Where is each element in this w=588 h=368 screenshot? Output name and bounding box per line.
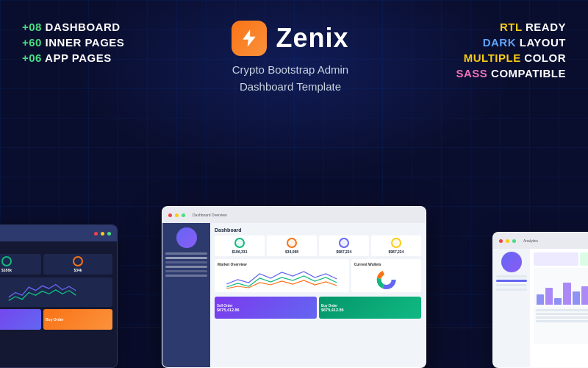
chart-area-dark <box>0 277 112 307</box>
dash-center-title: Dashboard <box>215 227 421 233</box>
stat-card-l4: $987,224 <box>371 236 421 256</box>
subtitle-line2: Dashboard Template <box>240 80 341 93</box>
table-row-2 <box>536 313 588 315</box>
feature-multiple: MULTIPLE COLOR <box>464 52 566 64</box>
dash-center-bar-1 <box>165 252 207 255</box>
dot-g-c <box>182 213 185 217</box>
stat-cards-light: $186,331 $34,098 $987,224 $987,224 <box>215 236 421 256</box>
stat-card-1: $186k <box>0 254 41 275</box>
dash-left-header: Zenix <box>0 225 117 241</box>
dash-center-url: Dashboard Overview <box>193 213 227 217</box>
sell-card: Sell Order <box>0 309 41 330</box>
stat-circle-l1 <box>234 238 245 248</box>
bottom-cards-dark: Sell Order Buy Order <box>0 309 112 330</box>
dash-center-sidebar <box>162 223 210 367</box>
left-features: +08 DASHBOARD +60 INNER PAGES +06 APP PA… <box>22 21 154 64</box>
table-row-1 <box>536 309 588 311</box>
stat-card-l2: $34,098 <box>267 236 317 256</box>
subtitle-line1: Crypto Bootstrap Admin <box>232 63 348 76</box>
buy-label: Buy Order <box>46 317 63 322</box>
bar-5 <box>573 291 580 305</box>
dash-center-main: Dashboard $186,331 $34,098 <box>210 223 426 367</box>
main-container: +08 DASHBOARD +60 INNER PAGES +06 APP PA… <box>0 0 588 368</box>
wave-chart-dark <box>0 280 110 304</box>
feature-app-pages-label: APP PAGES <box>42 52 112 64</box>
right-bar-1 <box>496 275 527 277</box>
wallet-chart: Current Wallets <box>351 259 421 292</box>
right-table-preview <box>534 307 588 344</box>
right-avatar <box>501 252 522 272</box>
screenshot-left: Zenix Dashboard <box>0 224 118 368</box>
dash-left-dashboard-title: Dashboard <box>0 246 112 251</box>
subtitle: Crypto Bootstrap Admin Dashboard Templat… <box>232 62 348 95</box>
dash-right-body <box>493 249 588 367</box>
feature-multiple-accent: MULTIPLE <box>464 52 521 64</box>
bar-6 <box>581 286 588 305</box>
dash-right-sidebar <box>493 249 530 367</box>
bar-chart-inner <box>534 268 588 305</box>
stat-val-l2: $34,098 <box>285 250 298 254</box>
right-bar-4 <box>496 289 527 291</box>
dot-y-r <box>506 239 509 243</box>
right-features: RTL READY DARK LAYOUT MULTIPLE COLOR SAS… <box>426 21 566 79</box>
stat-card-l1: $186,331 <box>215 236 265 256</box>
buy-order-amount: $675,412.86 <box>321 308 419 312</box>
donut-chart <box>354 268 418 290</box>
dot-r-r <box>499 239 503 243</box>
buy-order-card: Buy Order $675,412.86 <box>319 297 421 319</box>
right-stat-row <box>534 252 588 266</box>
dot-green <box>107 232 111 236</box>
top-section: +08 DASHBOARD +60 INNER PAGES +06 APP PA… <box>0 0 588 102</box>
logo-row: Zenix <box>232 21 348 56</box>
bar-4 <box>563 283 570 305</box>
chart-row: Market Overview Current Wallets <box>215 259 421 294</box>
market-wave <box>218 268 346 290</box>
screenshots-section: Zenix Dashboard <box>0 102 588 368</box>
dash-left-title: Zenix <box>0 231 91 236</box>
feature-sass-rest: COMPATIBLE <box>487 67 566 79</box>
bottom-light-cards: Sell Order $675,412.86 Buy Order $675,41… <box>215 297 421 319</box>
feature-sass-accent: SASS <box>456 67 488 79</box>
feature-dashboard: +08 DASHBOARD <box>22 21 154 33</box>
sell-order-card: Sell Order $675,412.86 <box>215 297 317 319</box>
feature-inner-pages-label: INNER PAGES <box>42 36 124 49</box>
logo-text: Zenix <box>276 23 348 54</box>
feature-rtl-rest: READY <box>522 21 566 33</box>
bar-1 <box>537 294 544 305</box>
feature-rtl-accent: RTL <box>500 21 522 33</box>
feature-app-pages-num: +06 <box>22 52 42 64</box>
wallet-label: Current Wallets <box>354 262 418 266</box>
bar-2 <box>545 288 553 305</box>
stat-val-1: $186k <box>1 268 12 272</box>
stat-card-l3: $987,224 <box>319 236 369 256</box>
stat-val-l1: $186,331 <box>232 250 248 254</box>
dash-center-header: Dashboard Overview <box>162 207 426 223</box>
screenshot-right: Analytics <box>492 232 588 368</box>
table-row-4 <box>536 320 588 322</box>
stat-circle-l2 <box>287 238 297 248</box>
screenshot-center: Dashboard Overview Dashboard <box>162 206 426 368</box>
feature-inner-pages: +60 INNER PAGES <box>22 36 154 49</box>
right-bar-2 <box>496 280 527 282</box>
dot-yellow <box>101 232 104 236</box>
dash-center-avatar <box>176 227 197 248</box>
dash-center-bar-2 <box>165 257 207 259</box>
market-label: Market Overview <box>218 262 346 266</box>
table-row-3 <box>536 316 588 319</box>
dash-right-main <box>530 249 588 367</box>
stat-val-2: $34k <box>74 268 82 272</box>
feature-dark: DARK LAYOUT <box>483 36 566 49</box>
feature-dashboard-num: +08 <box>22 21 42 33</box>
feature-app-pages: +06 APP PAGES <box>22 52 154 64</box>
dash-center-bar-3 <box>165 261 207 263</box>
feature-multiple-rest: COLOR <box>521 52 566 64</box>
stat-circle-l4 <box>391 238 401 248</box>
dash-center-bar-4 <box>165 266 207 268</box>
right-bar-3 <box>496 284 527 286</box>
feature-dashboard-label: DASHBOARD <box>42 21 121 33</box>
lightning-icon <box>239 28 259 49</box>
dash-left-body: Dashboard $186k $34k <box>0 241 117 367</box>
stat-circle-2 <box>73 256 83 266</box>
market-chart: Market Overview <box>215 259 349 292</box>
dash-left-main: Dashboard $186k $34k <box>0 241 117 367</box>
